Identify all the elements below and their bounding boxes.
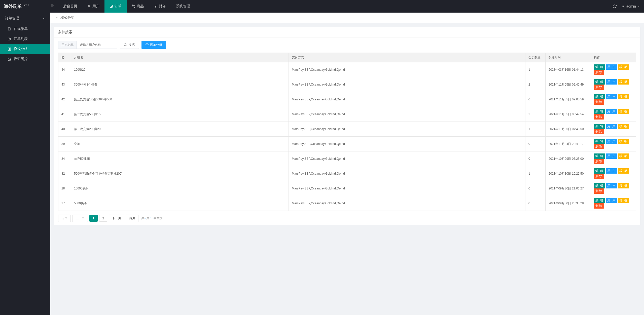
- delete-button[interactable]: 删除: [594, 188, 604, 194]
- edit-button[interactable]: 编 辑: [594, 79, 605, 85]
- cell-id: 34: [58, 151, 71, 166]
- page-number-2[interactable]: 2: [99, 215, 108, 222]
- search-row: 用户名称 搜 索 添加分组: [58, 41, 636, 49]
- sidebar-item-label: 弹窗图片: [14, 57, 28, 61]
- delete-button[interactable]: 删除: [594, 129, 604, 134]
- table-row: 34首存50赚25MarsPay,SEP,Oceanpay,GoldInd,Qe…: [58, 151, 636, 166]
- mode-button[interactable]: 模 板: [618, 109, 629, 114]
- delete-button[interactable]: 删除: [594, 174, 604, 179]
- table-row: 32500养套组(多个订单任务需要补200)MarsPay,SEP,Oceanp…: [58, 166, 636, 181]
- cell-pay: MarsPay,SEP,Oceanpay,GoldInd,QeInd: [289, 92, 525, 107]
- edit-button[interactable]: 编 辑: [594, 183, 605, 188]
- cell-count: 1: [525, 62, 546, 77]
- list-icon: [8, 37, 11, 41]
- list-icon: [110, 5, 113, 8]
- cell-count: 2: [525, 77, 546, 92]
- edit-button[interactable]: 编 辑: [594, 153, 605, 159]
- sidebar-item-label: 在线派单: [14, 27, 28, 31]
- nav-item-label: 商品: [137, 4, 144, 9]
- edit-button[interactable]: 编 辑: [594, 139, 605, 144]
- user-button[interactable]: 用 户: [606, 183, 617, 188]
- table-row: 44100赚20MarsPay,SEP,Oceanpay,GoldInd,QeI…: [58, 62, 636, 77]
- delete-button[interactable]: 删除: [594, 70, 604, 75]
- search-button[interactable]: 搜 索: [120, 41, 139, 49]
- sidebar-item-0[interactable]: 在线派单: [0, 24, 50, 34]
- page-next[interactable]: 下一页: [109, 215, 124, 222]
- user-button[interactable]: 用 户: [606, 109, 617, 114]
- nav-item-3[interactable]: 商品: [127, 0, 149, 13]
- delete-button[interactable]: 删除: [594, 159, 604, 164]
- user-button[interactable]: 用 户: [606, 64, 617, 70]
- menu-toggle-icon[interactable]: [49, 4, 58, 9]
- svg-rect-20: [10, 48, 11, 49]
- mode-button[interactable]: 模 板: [618, 168, 629, 174]
- edit-button[interactable]: 编 辑: [594, 64, 605, 70]
- cell-pay: MarsPay,SEP,Oceanpay,GoldInd,QeInd: [289, 62, 525, 77]
- mode-button[interactable]: 模 板: [618, 198, 629, 203]
- mode-button[interactable]: 模 板: [618, 124, 629, 129]
- delete-button[interactable]: 删除: [594, 99, 604, 105]
- edit-button[interactable]: 编 辑: [594, 94, 605, 99]
- plus-circle-icon: [145, 43, 149, 47]
- sidebar-item-2[interactable]: 模式分组: [0, 44, 50, 54]
- delete-button[interactable]: 删除: [594, 144, 604, 149]
- cell-pay: MarsPay,SEP,Oceanpay,GoldInd,QeInd: [289, 77, 525, 92]
- delete-button[interactable]: 删除: [594, 114, 604, 120]
- mode-button[interactable]: 模 板: [618, 79, 629, 85]
- cell-id: 43: [58, 77, 71, 92]
- sidebar-section-header[interactable]: 订单管理: [0, 13, 50, 24]
- cell-time: 2021年10月10日 19:29:50: [546, 166, 591, 181]
- sidebar-item-3[interactable]: 弹窗图片: [0, 54, 50, 64]
- sidebar-item-label: 订单列表: [14, 37, 28, 41]
- nav-item-4[interactable]: 财务: [149, 0, 171, 13]
- delete-button[interactable]: 删除: [594, 85, 604, 90]
- cell-pay: MarsPay,SEP,Oceanpay,GoldInd,QeInd: [289, 196, 525, 211]
- table-row: 40第一次充值200赚200MarsPay,SEP,Oceanpay,GoldI…: [58, 122, 636, 137]
- user-button[interactable]: 用 户: [606, 198, 617, 203]
- user-button[interactable]: 用 户: [606, 153, 617, 159]
- refresh-button[interactable]: [613, 4, 617, 8]
- mode-button[interactable]: 模 板: [618, 153, 629, 159]
- user-button[interactable]: 用 户: [606, 79, 617, 85]
- user-menu[interactable]: admin: [622, 4, 640, 8]
- user-button[interactable]: 用 户: [606, 139, 617, 144]
- cell-id: 39: [58, 137, 71, 151]
- nav-item-1[interactable]: 用户: [82, 0, 104, 13]
- edit-button[interactable]: 编 辑: [594, 168, 605, 174]
- cell-id: 40: [58, 122, 71, 137]
- cell-name: 500养套组(多个订单任务需要补200): [71, 166, 289, 181]
- user-button[interactable]: 用 户: [606, 168, 617, 174]
- add-group-button[interactable]: 添加分组: [141, 41, 166, 49]
- delete-button[interactable]: 删除: [594, 203, 604, 209]
- user-button[interactable]: 用 户: [606, 124, 617, 129]
- mode-button[interactable]: 模 板: [618, 139, 629, 144]
- page-first[interactable]: 首页: [58, 215, 71, 222]
- nav-item-0[interactable]: 后台首页: [58, 0, 82, 13]
- edit-button[interactable]: 编 辑: [594, 198, 605, 203]
- svg-rect-14: [8, 28, 10, 30]
- mode-button[interactable]: 模 板: [618, 183, 629, 188]
- svg-rect-21: [8, 49, 9, 51]
- svg-point-13: [623, 5, 624, 6]
- nav-item-2[interactable]: 订单: [104, 0, 127, 13]
- page-last[interactable]: 尾页: [126, 215, 138, 222]
- mode-button[interactable]: 模 板: [618, 64, 629, 70]
- cell-actions: 编 辑用 户模 板删除: [591, 107, 636, 122]
- username-input-group: 用户名称: [58, 41, 117, 49]
- edit-button[interactable]: 编 辑: [594, 109, 605, 114]
- cell-count: 2: [525, 107, 546, 122]
- nav-item-5[interactable]: 系统管理: [171, 0, 195, 13]
- username-input[interactable]: [77, 41, 117, 49]
- mode-button[interactable]: 模 板: [618, 94, 629, 99]
- page-prev[interactable]: 上一页: [72, 215, 88, 222]
- pagination: 首页 上一页 12 下一页 尾页 共2页 15条数据: [58, 215, 636, 222]
- sidebar-section-label: 订单管理: [5, 16, 19, 21]
- cell-actions: 编 辑用 户模 板删除: [591, 196, 636, 211]
- username-label: 用户名称: [58, 41, 77, 49]
- col-header: 操作: [591, 53, 636, 62]
- user-button[interactable]: 用 户: [606, 94, 617, 99]
- edit-button[interactable]: 编 辑: [594, 124, 605, 129]
- sidebar-item-1[interactable]: 订单列表: [0, 34, 50, 44]
- cell-name: 第二次充值500赚150: [71, 107, 289, 122]
- page-number-1[interactable]: 1: [89, 215, 98, 222]
